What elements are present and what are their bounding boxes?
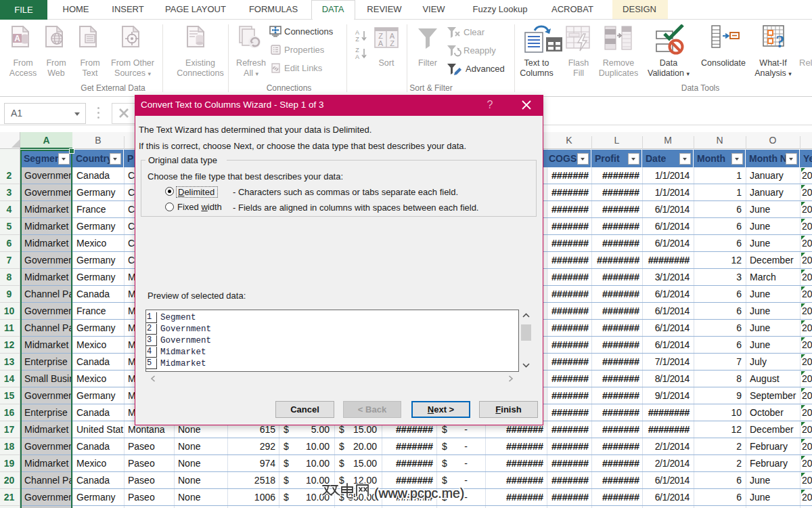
svg-text:A: A [390, 32, 395, 40]
svg-text:A: A [355, 29, 359, 36]
svg-text:Z: Z [390, 39, 394, 47]
svg-text:A: A [378, 39, 384, 47]
svg-text:?: ? [776, 32, 785, 51]
svg-text:A: A [355, 54, 359, 60]
svg-text:A: A [14, 34, 20, 43]
svg-text:Z: Z [355, 47, 359, 54]
svg-text:(www.pcpc.me): (www.pcpc.me) [374, 486, 464, 501]
svg-text:Z: Z [378, 32, 383, 40]
svg-text:Z: Z [355, 36, 359, 43]
